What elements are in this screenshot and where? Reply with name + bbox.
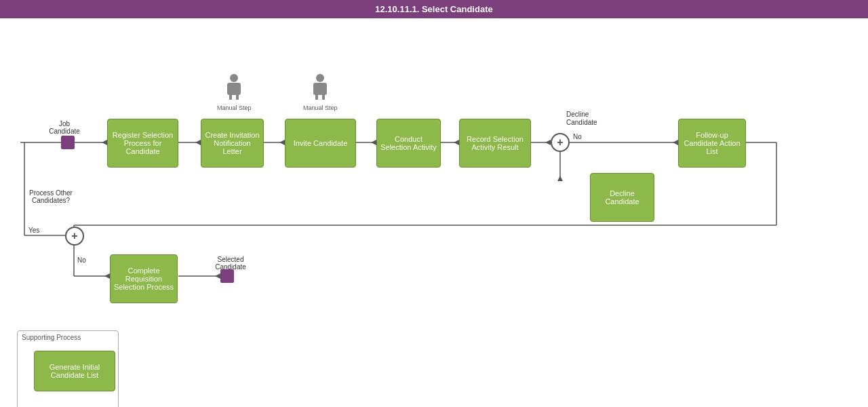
svg-text:Candidate: Candidate (566, 119, 597, 126)
arrows-svg: No Yes No Declin (0, 18, 868, 405)
svg-marker-22 (371, 140, 376, 145)
svg-text:Decline: Decline (566, 111, 589, 118)
end-event (220, 269, 234, 283)
start-label: Job Candidate (44, 120, 85, 135)
conduct-box[interactable]: Conduct Selection Activity (376, 119, 441, 168)
svg-rect-36 (236, 95, 239, 100)
svg-marker-21 (279, 140, 285, 145)
svg-text:No: No (77, 256, 86, 264)
supporting-title: Supporting Process (18, 331, 118, 344)
invite-box[interactable]: Invite Candidate (285, 119, 356, 168)
gateway-process (65, 227, 84, 246)
start-event (61, 136, 75, 149)
create-box[interactable]: Create Invitation Notification Letter (201, 119, 264, 168)
generate-box[interactable]: Generate Initial Candidate List (34, 351, 115, 391)
svg-text:No: No (573, 133, 582, 140)
followup-box[interactable]: Follow-up Candidate Action List (678, 119, 746, 168)
svg-marker-25 (673, 140, 678, 145)
manual-icon-invite: Manual Step (303, 73, 338, 111)
svg-marker-27 (215, 273, 220, 279)
page-title: 12.10.11.1. Select Candidate (375, 4, 492, 14)
svg-point-33 (230, 74, 238, 82)
title-bar: 12.10.11.1. Select Candidate (0, 0, 868, 18)
supporting-process-box: Supporting Process Generate Initial Cand… (17, 330, 119, 407)
svg-rect-39 (315, 95, 318, 100)
diagram-area: No Yes No Declin (0, 18, 868, 405)
decline-box[interactable]: Decline Candidate (590, 173, 654, 222)
gateway-decline (551, 133, 570, 152)
svg-rect-34 (227, 83, 241, 95)
svg-marker-20 (195, 140, 201, 145)
end-label: Selected Candidate (207, 256, 254, 271)
svg-rect-40 (322, 95, 325, 100)
svg-marker-23 (454, 140, 459, 145)
manual-icon-create: Manual Step (217, 73, 252, 111)
register-box[interactable]: Register Selection Process for Candidate (107, 119, 178, 168)
svg-marker-19 (102, 140, 107, 145)
svg-marker-28 (557, 176, 563, 181)
svg-marker-26 (104, 273, 110, 279)
svg-text:Yes: Yes (28, 227, 39, 234)
record-box[interactable]: Record Selection Activity Result (459, 119, 531, 168)
complete-box[interactable]: Complete Requisition Selection Process (110, 254, 178, 303)
svg-rect-38 (313, 83, 327, 95)
svg-marker-24 (545, 140, 551, 145)
svg-point-37 (316, 74, 324, 82)
gateway2-label: Process Other Candidates? (20, 189, 81, 204)
svg-rect-35 (229, 95, 232, 100)
